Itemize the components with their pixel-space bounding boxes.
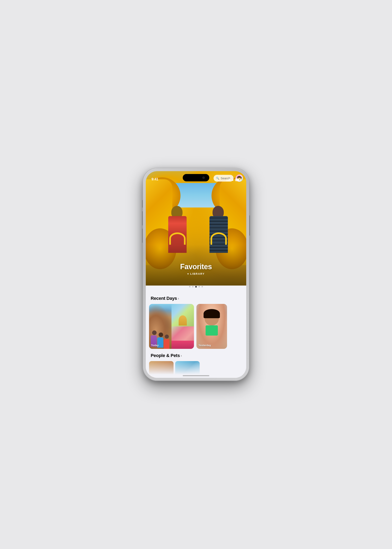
heart-icon: ♥ [187, 273, 189, 275]
garland2 [210, 232, 227, 245]
dot-3-active[interactable] [195, 286, 197, 288]
people-pets-title: People & Pets [151, 353, 180, 358]
people-pets-strip [146, 361, 246, 377]
yesterday-label: Yesterday [198, 344, 211, 347]
recent-days-title: Recent Days [151, 296, 177, 301]
people-pets-photo-2[interactable] [175, 361, 200, 377]
today-card[interactable]: Today [149, 304, 194, 349]
dynamic-island [183, 174, 209, 181]
status-icons: ▲ [226, 178, 240, 181]
people-pets-photo-1[interactable] [149, 361, 174, 377]
phone-frame: 9:41 ▲ [143, 168, 249, 381]
wifi-icon: ▲ [231, 178, 234, 181]
recent-days-grid: Today [146, 304, 246, 349]
hero-subtitle: ♥ LIBRARY [146, 272, 246, 275]
dot-1[interactable] [189, 286, 190, 287]
yesterday-card[interactable]: Yesterday [196, 304, 227, 349]
page-indicator [146, 286, 246, 288]
phone-screen: 9:41 ▲ [146, 171, 246, 378]
garland1 [169, 232, 186, 245]
today-main-photo [149, 304, 171, 349]
recent-days-header[interactable]: Recent Days › [146, 292, 246, 304]
people-pets-header[interactable]: People & Pets › [146, 353, 246, 361]
yesterday-photo [196, 304, 227, 349]
power-button[interactable] [249, 215, 250, 236]
front-camera [202, 176, 205, 179]
hero-photo[interactable]: Favorites ♥ LIBRARY 🔍 Search 🧒 [146, 171, 246, 286]
status-time: 9:41 [152, 177, 158, 181]
hero-title: Favorites [146, 262, 246, 271]
dot-2[interactable] [192, 286, 194, 287]
today-sub-photo-1 [171, 304, 194, 326]
recent-days-chevron: › [178, 296, 179, 301]
dot-5[interactable] [202, 286, 203, 287]
people-pets-section: People & Pets › [146, 353, 246, 377]
today-sub-photo-2 [171, 326, 194, 349]
girl3 [164, 335, 170, 347]
home-indicator[interactable] [183, 375, 209, 376]
today-label: Today [151, 344, 159, 347]
battery-icon [235, 178, 240, 181]
signal-icon [226, 178, 230, 181]
yesterday-face [203, 310, 220, 331]
content-area: Recent Days › [146, 292, 246, 378]
people-pets-chevron: › [181, 353, 182, 358]
hero-text-block: Favorites ♥ LIBRARY [146, 262, 246, 275]
girl1 [151, 331, 158, 345]
library-label: LIBRARY [190, 272, 205, 275]
dot-4[interactable] [198, 286, 200, 287]
